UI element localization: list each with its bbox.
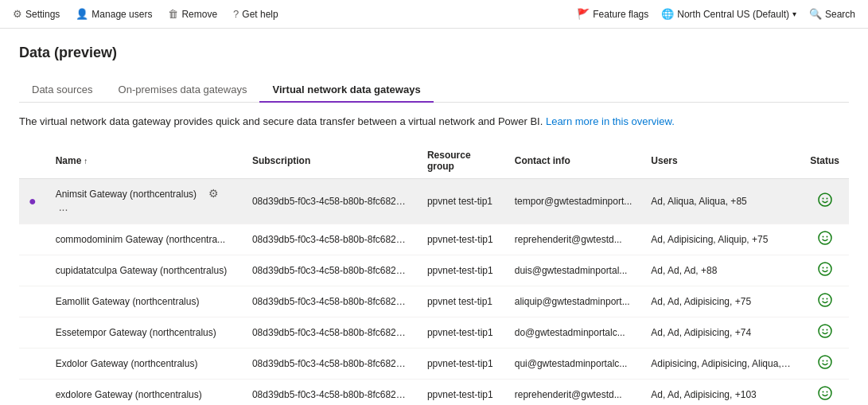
row-select-cell — [19, 380, 46, 406]
row-select-cell — [19, 349, 46, 380]
col-resource-group: Resource group — [418, 143, 505, 179]
row-name-cell: cupidatatculpa Gateway (northcentralus) — [46, 255, 243, 286]
row-name-cell: commodominim Gateway (northcentra... — [46, 224, 243, 255]
settings-row-button[interactable]: ⚙ — [205, 185, 222, 201]
remove-nav[interactable]: 🗑 Remove — [168, 8, 217, 20]
status-badge — [818, 327, 832, 341]
row-subscription-cell: 08d39db5-f0c3-4c58-b80b-8fc682cf67c1 — [243, 317, 418, 349]
table-header-row: Name Subscription Resource group Contact… — [19, 143, 849, 179]
svg-point-11 — [826, 298, 827, 300]
row-status-cell — [800, 179, 849, 224]
col-subscription: Subscription — [243, 143, 418, 179]
svg-point-0 — [819, 193, 831, 206]
row-resource-group-cell: ppvnet-test-tip1 — [418, 317, 505, 349]
status-badge — [818, 234, 832, 247]
row-status-cell — [800, 286, 849, 317]
row-select-cell — [19, 317, 46, 349]
region-label: North Central US (Default) — [677, 9, 789, 20]
remove-label: Remove — [181, 9, 217, 20]
row-status-cell — [800, 349, 849, 380]
status-badge — [818, 296, 832, 310]
row-users-cell: Ad, Ad, Adipisicing, +74 — [641, 317, 800, 349]
row-subscription-cell: 08d39db5-f0c3-4c58-b80b-8fc682cf67c1 — [243, 349, 418, 380]
get-help-nav[interactable]: ? Get help — [233, 8, 278, 20]
search-label: Search — [825, 9, 855, 20]
status-badge — [818, 196, 832, 209]
col-name[interactable]: Name — [46, 143, 243, 179]
gateway-name: commodominim Gateway (northcentra... — [56, 234, 225, 245]
row-contact-cell: tempor@gwtestadminport... — [505, 179, 642, 224]
more-options-button[interactable]: ··· — [56, 201, 72, 217]
row-contact-cell: aliquip@gwtestadminport... — [505, 286, 642, 317]
row-subscription-cell: 08d39db5-f0c3-4c58-b80b-8fc682cf67c1 — [243, 224, 418, 255]
gateway-name: cupidatatculpa Gateway (northcentralus) — [56, 265, 227, 276]
row-users-cell: Ad, Ad, Adipisicing, +103 — [641, 380, 800, 406]
svg-point-8 — [826, 267, 827, 269]
row-users-cell: Adipisicing, Adipisicing, Aliqua, +84 — [641, 349, 800, 380]
tab-data-sources[interactable]: Data sources — [19, 77, 106, 102]
svg-point-15 — [819, 356, 831, 368]
row-status-cell — [800, 380, 849, 406]
learn-more-link[interactable]: Learn more in this overview. — [546, 115, 675, 127]
row-select-cell — [19, 255, 46, 286]
row-name-cell: Eamollit Gateway (northcentralus) — [46, 286, 243, 317]
table-row[interactable]: cupidatatculpa Gateway (northcentralus)0… — [19, 255, 849, 286]
svg-point-3 — [819, 232, 831, 244]
col-select — [19, 143, 46, 179]
row-subscription-cell: 08d39db5-f0c3-4c58-b80b-8fc682cf67c1 — [243, 179, 418, 224]
row-subscription-cell: 08d39db5-f0c3-4c58-b80b-8fc682cf67c1 — [243, 380, 418, 406]
gateway-name: exdolore Gateway (northcentralus) — [56, 389, 202, 400]
gateway-name: Eamollit Gateway (northcentralus) — [56, 296, 200, 307]
row-contact-cell: duis@gwtestadminportal... — [505, 255, 642, 286]
svg-point-18 — [819, 387, 831, 399]
manage-users-label: Manage users — [91, 9, 152, 20]
page-title: Data (preview) — [19, 45, 849, 61]
svg-point-14 — [826, 329, 827, 331]
gateway-name: Essetempor Gateway (northcentralus) — [56, 327, 216, 338]
globe-icon: 🌐 — [661, 8, 674, 20]
row-users-cell: Ad, Ad, Ad, +88 — [641, 255, 800, 286]
svg-point-9 — [819, 294, 831, 306]
row-status-cell — [800, 255, 849, 286]
tab-vnet[interactable]: Virtual network data gateways — [259, 77, 433, 102]
row-users-cell: Ad, Ad, Adipisicing, +75 — [641, 286, 800, 317]
row-select-cell — [19, 224, 46, 255]
row-contact-cell: do@gwtestadminportalc... — [505, 317, 642, 349]
row-name-cell: Exdolor Gateway (northcentralus) — [46, 349, 243, 380]
manage-users-icon: 👤 — [76, 8, 88, 20]
top-nav-left: ⚙ Settings 👤 Manage users 🗑 Remove ? Get… — [13, 8, 278, 20]
tab-on-premises[interactable]: On-premises data gateways — [106, 77, 260, 102]
table-row[interactable]: exdolore Gateway (northcentralus)08d39db… — [19, 380, 849, 406]
manage-users-nav[interactable]: 👤 Manage users — [76, 8, 152, 20]
svg-point-12 — [819, 325, 831, 337]
selected-icon: ● — [29, 194, 37, 208]
svg-point-10 — [822, 298, 823, 300]
row-resource-group-cell: ppvnet test-tip1 — [418, 286, 505, 317]
settings-nav[interactable]: ⚙ Settings — [13, 8, 60, 20]
row-resource-group-cell: ppvnet-test-tip1 — [418, 349, 505, 380]
row-subscription-cell: 08d39db5-f0c3-4c58-b80b-8fc682cf67c1 — [243, 255, 418, 286]
status-badge — [818, 358, 832, 372]
page-content: Data (preview) Data sources On-premises … — [0, 29, 868, 405]
svg-point-5 — [826, 236, 827, 238]
feature-flags-nav[interactable]: 🚩 Feature flags — [577, 8, 648, 20]
description-text: The virtual network data gateway provide… — [19, 115, 849, 127]
top-nav: ⚙ Settings 👤 Manage users 🗑 Remove ? Get… — [0, 0, 868, 29]
table-row[interactable]: Eamollit Gateway (northcentralus)08d39db… — [19, 286, 849, 317]
row-users-cell: Ad, Adipisicing, Aliquip, +75 — [641, 224, 800, 255]
row-resource-group-cell: ppvnet-test-tip1 — [418, 224, 505, 255]
table-row[interactable]: commodominim Gateway (northcentra...08d3… — [19, 224, 849, 255]
table-row[interactable]: ●Animsit Gateway (northcentralus) ⚙ ··· … — [19, 179, 849, 224]
table-row[interactable]: Essetempor Gateway (northcentralus)08d39… — [19, 317, 849, 349]
svg-point-4 — [822, 236, 823, 238]
table-row[interactable]: Exdolor Gateway (northcentralus)08d39db5… — [19, 349, 849, 380]
region-nav[interactable]: 🌐 North Central US (Default) ▾ — [661, 8, 796, 20]
row-users-cell: Ad, Aliqua, Aliqua, +85 — [641, 179, 800, 224]
svg-point-6 — [819, 263, 831, 275]
row-name-cell: Animsit Gateway (northcentralus) ⚙ ··· — [46, 179, 243, 224]
row-status-cell — [800, 317, 849, 349]
svg-point-20 — [826, 391, 827, 393]
search-nav[interactable]: 🔍 Search — [809, 8, 855, 20]
gateway-name: Animsit Gateway (northcentralus) — [56, 189, 197, 200]
chevron-down-icon: ▾ — [792, 10, 796, 18]
